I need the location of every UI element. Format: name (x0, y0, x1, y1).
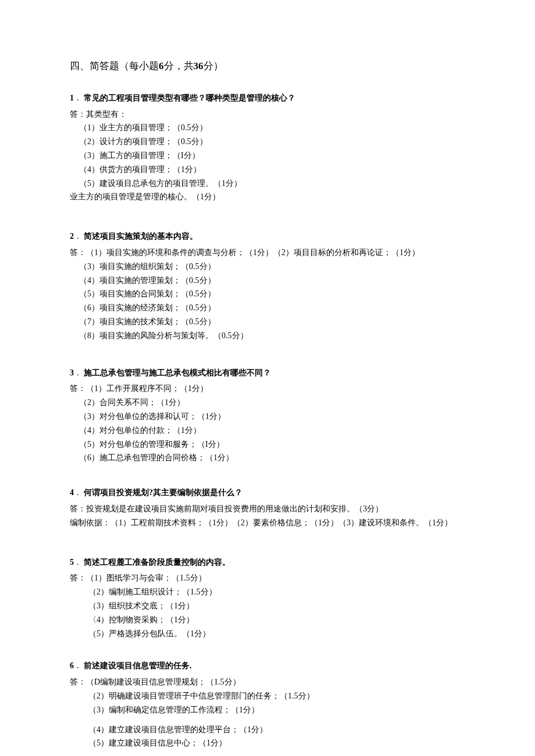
question-2-answer-item: （7）项目实施的技术策划；（0.5分） (79, 315, 465, 329)
question-1-text: 常见的工程项目管理类型有哪些？哪种类型是管理的核心？ (84, 94, 295, 102)
question-6-text: 前述建设项目信息管理的任务. (84, 661, 192, 670)
question-3-answer-item: （2）合同关系不同；（1分） (79, 396, 465, 410)
question-5-answer-item: （5）严格选择分包队伍。（1分） (88, 627, 465, 641)
question-3-number: 3 (70, 366, 77, 380)
question-3-answer-line: 答：（1）工作开展程序不同；（1分） (70, 382, 465, 396)
question-4-dot: . (77, 486, 84, 500)
question-1-answer-item: （2）设计方的项目管理；（0.5分） (79, 135, 465, 149)
question-5: 5 .简述工程麓工准备阶段质量控制的内容。 答：（1）图纸学习与会审；（1.5分… (70, 556, 465, 641)
question-2-answer-item: （5）项目实施的合同策划；（0.5分） (79, 287, 465, 301)
question-1-answer-item: （1）业主方的项目管理；（0.5分） (79, 121, 465, 135)
question-1-answer-item: （4）供货方的项目管理；（1分） (79, 163, 465, 177)
question-3-text: 施工总承包管理与施工总承包模式相比有哪些不同？ (84, 368, 271, 377)
question-3-answer-item: （3）对分包单位的选择和认可；（1分） (79, 410, 465, 424)
question-3: 3 .施工总承包管理与施工总承包模式相比有哪些不同？ 答：（1）工作开展程序不同… (70, 366, 465, 465)
question-1-dot: . (77, 91, 84, 105)
question-6-answer-line: 答：（D编制建设项目信息管理规划；（1.5分） (70, 675, 465, 689)
question-2-answer-item: （3）项目实施的组织策划；（0.5分） (79, 260, 465, 274)
question-6-answer-item: （2）明确建设项目管理班子中信息管理部门的任务；（1.5分） (88, 689, 465, 703)
question-2-answer-item: （4）项目实施的管理策划；（0.5分） (79, 274, 465, 288)
section-title: 四、简答题（每小题6分，共36分） (70, 58, 465, 75)
question-4-number: 4 (70, 486, 77, 500)
question-5-dot: . (77, 556, 84, 569)
question-3-answer-item: （6）施工总承包管理的合同价格；（1分） (79, 451, 465, 465)
question-5-text: 简述工程麓工准备阶段质量控制的内容。 (84, 558, 230, 567)
question-1: 1 .常见的工程项目管理类型有哪些？哪种类型是管理的核心？ 答：其类型有： （1… (70, 91, 465, 204)
question-4-answer-line: 答：投资规划是在建设项目实施前期对项目投资费用的用途做出的计划和安排。（3分） (70, 502, 465, 516)
question-4-answer-basis: 编制依据：（1）工程前期技术资料；（1分）（2）要素价格信息；（1分）（3）建设… (70, 516, 465, 530)
question-2-title-line: 2 .简述项目实施策划的基本内容。 (70, 230, 465, 243)
question-5-title-line: 5 .简述工程麓工准备阶段质量控制的内容。 (70, 556, 465, 569)
question-1-answer-item: （5）建设项目总承包方的项目管理。（1分） (79, 177, 465, 191)
question-2-text: 简述项目实施策划的基本内容。 (84, 232, 198, 241)
question-2-dot: . (77, 230, 84, 243)
question-3-answer-item: （4）对分包单位的付款；（1分） (79, 424, 465, 438)
question-6-answer-item: （5）建立建设项目信息中心；（1分） (88, 736, 465, 750)
question-5-answer-item: （3）组织技术交底；（1分） (88, 599, 465, 613)
question-1-answer-core: 业主方的项目管理是管理的核心。（1分） (70, 190, 465, 204)
section-title-points-total: 36 (194, 60, 204, 71)
question-5-number: 5 (70, 556, 77, 569)
question-1-answer-item: （3）施工方的项目管理；（I分） (79, 149, 465, 163)
section-title-mid: 分，共 (164, 60, 194, 71)
section-title-points-each: 6 (159, 60, 164, 71)
section-title-prefix: 四、简答题（每小题 (70, 60, 159, 71)
question-5-answer-line: 答：（1）图纸学习与会审；（1.5分） (70, 571, 465, 585)
question-4: 4 .何谓项目投资规划?其主要编制依据是什么？ 答：投资规划是在建设项目实施前期… (70, 486, 465, 529)
question-4-title-line: 4 .何谓项目投资规划?其主要编制依据是什么？ (70, 486, 465, 500)
question-4-text: 何谓项目投资规划?其主要编制依据是什么？ (84, 488, 242, 497)
question-1-title-line: 1 .常见的工程项目管理类型有哪些？哪种类型是管理的核心？ (70, 91, 465, 105)
question-6: 6 .前述建设项目信息管理的任务. 答：（D编制建设项目信息管理规划；（1.5分… (70, 659, 465, 750)
question-6-dot: . (77, 659, 84, 673)
question-3-title-line: 3 .施工总承包管理与施工总承包模式相比有哪些不同？ (70, 366, 465, 380)
question-2: 2 .简述项目实施策划的基本内容。 答：（1）项目实施的环境和条件的调查与分析；… (70, 230, 465, 342)
question-1-answer-intro: 答：其类型有： (70, 108, 465, 121)
question-2-number: 2 (70, 230, 77, 243)
question-2-answer-line: 答：（1）项目实施的环境和条件的调查与分析；（1分）（2）项目目标的分析和再论证… (70, 246, 465, 260)
section-title-suffix: 分） (204, 60, 223, 71)
question-2-answer-item: （6）项目实施的经济策划；（0.5分） (79, 301, 465, 315)
question-5-answer-item: 〈4）控制物资采购；（1分） (88, 613, 465, 627)
question-2-answer-item: （8）项目实施的风险分析与策划等。（0.5分） (79, 329, 465, 343)
question-3-dot: . (77, 366, 84, 380)
question-3-answer-item: （5）对分包单位的管理和服务；（I分） (79, 438, 465, 452)
question-6-title-line: 6 .前述建设项目信息管理的任务. (70, 659, 465, 673)
question-6-answer-item: （4）建立建设项目信息管理的处理平台；（1分） (88, 723, 465, 737)
question-1-number: 1 (70, 91, 77, 105)
question-6-number: 6 (70, 659, 77, 673)
question-6-answer-item: （3）编制和确定信息管理的工作流程；（1分） (88, 703, 465, 717)
question-5-answer-item: （2）编制施工组织设计；（1.5分） (88, 585, 465, 599)
